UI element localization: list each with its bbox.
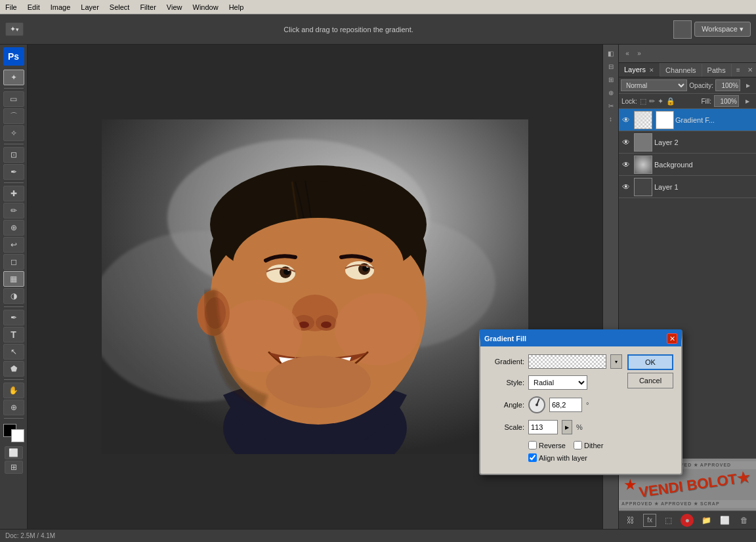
delete-layer-btn[interactable]: 🗑 — [738, 514, 751, 527]
rect-select-tool[interactable]: ▭ — [3, 91, 24, 107]
link-layers-btn[interactable]: ⛓ — [624, 514, 637, 527]
layer-row-background[interactable]: 👁 Background — [619, 154, 756, 176]
thumbnail-layer2 — [634, 133, 652, 152]
visibility-layer2[interactable]: 👁 — [620, 136, 632, 148]
tab-channels[interactable]: Channels — [660, 64, 702, 77]
dialog-titlebar: Gradient Fill ✕ — [480, 331, 681, 346]
lock-position-icon[interactable]: ✦ — [658, 97, 663, 106]
lock-brush-icon[interactable]: ✏ — [649, 97, 655, 106]
menu-select[interactable]: Select — [104, 2, 135, 12]
menu-window[interactable]: Window — [188, 2, 224, 12]
fill-arrow[interactable]: ▶ — [742, 95, 753, 107]
dodge-tool[interactable]: ◑ — [3, 288, 24, 304]
type-tool[interactable]: T — [3, 327, 24, 343]
panel-ctrl-5[interactable]: ✂ — [605, 100, 617, 112]
zoom-tool[interactable]: ⊕ — [3, 400, 24, 415]
blend-opacity-bar: Normal Opacity: ▶ — [619, 77, 756, 94]
fx-btn[interactable]: fx — [643, 514, 656, 527]
panel-top-controls: « » — [619, 45, 756, 63]
ok-button[interactable]: OK — [627, 354, 673, 370]
fill-input[interactable] — [714, 95, 739, 107]
align-checkbox[interactable] — [528, 453, 537, 462]
visibility-background[interactable]: 👁 — [620, 159, 632, 171]
path-select-tool[interactable]: ↖ — [3, 344, 24, 360]
panel-menu-icon[interactable]: ≡ — [732, 64, 744, 76]
layer-row-gradient-fill[interactable]: 👁 Gradient F... — [619, 109, 756, 131]
reverse-checkbox-label[interactable]: Reverse — [528, 441, 566, 449]
ps-icon-top — [673, 20, 692, 39]
dither-checkbox-label[interactable]: Dither — [574, 441, 603, 449]
panel-ctrl-6[interactable]: ↕ — [605, 113, 617, 125]
style-select[interactable]: Radial Linear Angle Reflected Diamond — [528, 375, 587, 390]
menu-help[interactable]: Help — [224, 2, 249, 12]
panel-ctrl-3[interactable]: ⊞ — [605, 73, 617, 85]
gradient-preview[interactable] — [528, 354, 606, 369]
scale-increment-btn[interactable]: ▶ — [562, 420, 572, 434]
magic-wand-tool[interactable]: ✧ — [3, 125, 24, 141]
separator-4 — [4, 306, 24, 307]
panel-ctrl-4[interactable]: ⊕ — [605, 87, 617, 98]
reverse-checkbox[interactable] — [528, 441, 537, 449]
scale-input[interactable] — [528, 420, 558, 434]
shape-tool[interactable]: ⬟ — [3, 361, 24, 377]
new-mask-btn[interactable]: ⬚ — [662, 514, 675, 527]
status-info: Doc: 2.5M / 4.1M — [5, 532, 55, 539]
hand-tool[interactable]: ✋ — [3, 383, 24, 398]
visibility-layer1[interactable]: 👁 — [620, 181, 632, 193]
opacity-arrow[interactable]: ▶ — [742, 79, 754, 91]
layer-row-layer1[interactable]: 👁 Layer 1 — [619, 176, 756, 198]
color-selector[interactable] — [3, 424, 24, 442]
cancel-button[interactable]: Cancel — [627, 373, 673, 388]
angle-row: Angle: ° — [488, 396, 622, 413]
healing-tool[interactable]: ✚ — [3, 186, 24, 201]
layer-row-layer2[interactable]: 👁 Layer 2 — [619, 131, 756, 154]
menu-edit[interactable]: Edit — [22, 2, 45, 12]
panel-ctrl-2[interactable]: ⊟ — [605, 60, 617, 72]
gradient-dropdown[interactable]: ▾ — [610, 354, 622, 369]
blend-mode-select[interactable]: Normal — [621, 79, 687, 91]
menu-image[interactable]: Image — [45, 2, 76, 12]
panel-ctrl-1[interactable]: ◧ — [605, 47, 617, 59]
gradient-tool[interactable]: ▦ — [3, 271, 24, 287]
dither-checkbox[interactable] — [574, 441, 582, 449]
menu-file[interactable]: File — [0, 2, 22, 12]
brush-tool[interactable]: ✏ — [3, 203, 24, 219]
collapse-icon[interactable]: « — [621, 48, 633, 60]
tab-paths[interactable]: Paths — [702, 64, 732, 77]
pen-tool[interactable]: ✒ — [3, 310, 24, 325]
move-tool[interactable]: ✦ — [3, 70, 24, 85]
new-group-btn[interactable]: 📁 — [700, 514, 713, 527]
crop-tool[interactable]: ⊡ — [3, 147, 24, 163]
lock-transparent-icon[interactable]: ⬚ — [640, 97, 646, 106]
align-checkbox-label[interactable]: Align with layer — [528, 453, 587, 462]
gradient-row: Gradient: ▾ — [488, 354, 622, 369]
expand-icon[interactable]: » — [633, 48, 645, 60]
new-adj-btn[interactable]: ● — [681, 514, 694, 527]
angle-dial[interactable] — [528, 396, 545, 413]
new-layer-btn[interactable]: ⬜ — [719, 514, 732, 527]
history-brush[interactable]: ↩ — [3, 237, 24, 253]
tab-layers[interactable]: Layers ✕ — [619, 63, 660, 77]
menu-layer[interactable]: Layer — [75, 2, 104, 12]
dialog-close-button[interactable]: ✕ — [667, 333, 677, 344]
screen-mode-btn[interactable]: ⊞ — [5, 461, 23, 474]
opacity-input[interactable] — [715, 79, 740, 91]
percent-symbol: % — [576, 423, 583, 431]
menu-bar: File Edit Image Layer Select Filter View… — [0, 0, 756, 14]
angle-input[interactable] — [549, 398, 582, 412]
panel-close-icon[interactable]: ✕ — [744, 64, 756, 76]
menu-view[interactable]: View — [161, 2, 188, 12]
clone-tool[interactable]: ⊕ — [3, 220, 24, 236]
menu-filter[interactable]: Filter — [135, 2, 161, 12]
eraser-tool[interactable]: ◻ — [3, 254, 24, 270]
eyedropper-tool[interactable]: ✒ — [3, 164, 24, 180]
lasso-tool[interactable]: ⌒ — [3, 108, 24, 124]
visibility-gradient-fill[interactable]: 👁 — [620, 114, 632, 126]
move-icon: ✦ — [10, 25, 16, 33]
tab-layers-close[interactable]: ✕ — [649, 67, 654, 73]
move-tool-options[interactable]: ✦ ▾ — [5, 22, 24, 36]
workspace-button[interactable]: Workspace ▾ — [694, 22, 751, 37]
quick-mask-btn[interactable]: ⬜ — [5, 446, 23, 459]
background-color[interactable] — [11, 429, 24, 442]
lock-all-icon[interactable]: 🔒 — [666, 97, 675, 106]
